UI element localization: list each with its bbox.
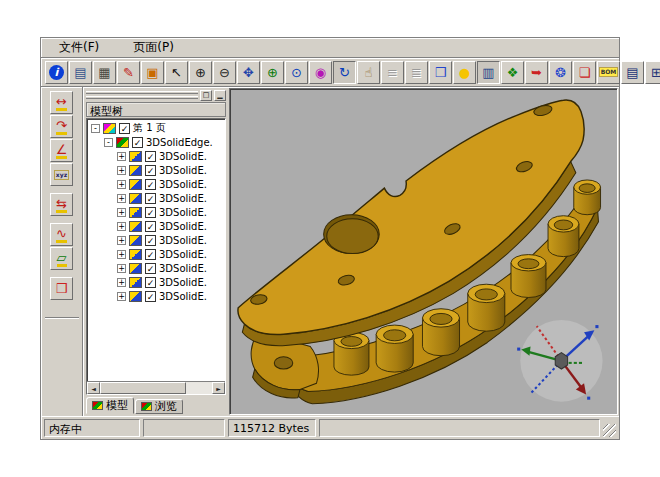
rotate-view-button[interactable]: ◉ bbox=[309, 61, 332, 84]
visibility-checkbox[interactable]: ✓ bbox=[145, 207, 156, 218]
orbit-sphere-button[interactable]: ❂ bbox=[549, 61, 572, 84]
menu-f[interactable]: 文件(F) bbox=[55, 38, 103, 57]
info-button[interactable]: i bbox=[45, 61, 68, 84]
tree-node[interactable]: +✓3DSolidE. bbox=[89, 149, 225, 163]
solid-cube-tool-button[interactable]: ❒ bbox=[50, 277, 73, 300]
visibility-checkbox[interactable]: ✓ bbox=[145, 151, 156, 162]
resize-grip[interactable] bbox=[603, 424, 616, 437]
tree-node[interactable]: -✓第 1 页 bbox=[89, 121, 225, 135]
explode-parts-button[interactable]: ❏ bbox=[573, 61, 596, 84]
visibility-checkbox[interactable]: ✓ bbox=[145, 235, 156, 246]
print-icon: ▦ bbox=[98, 66, 110, 79]
move-part-button[interactable]: ➥ bbox=[525, 61, 548, 84]
tree-node[interactable]: +✓3DSolidE. bbox=[89, 247, 225, 261]
linear-dimension-button[interactable]: ↔ bbox=[50, 91, 73, 114]
coordinate-dimension-button[interactable]: xyz bbox=[50, 163, 73, 186]
expand-icon[interactable]: + bbox=[117, 264, 126, 273]
visibility-checkbox[interactable]: ✓ bbox=[145, 165, 156, 176]
markup-pen-button[interactable]: ✎ bbox=[117, 61, 140, 84]
zoom-window-button[interactable]: ⊕ bbox=[261, 61, 284, 84]
tree-node[interactable]: +✓3DSolidE. bbox=[89, 191, 225, 205]
light-bulb-button[interactable]: ● bbox=[453, 61, 476, 84]
scroll-left-icon[interactable]: ◄ bbox=[87, 382, 100, 394]
menu-p[interactable]: 页面(P) bbox=[129, 38, 178, 57]
tree-tab-bar: 模型浏览 bbox=[86, 395, 226, 414]
tree-node[interactable]: +✓3DSolidE. bbox=[89, 163, 225, 177]
move-part-icon: ➥ bbox=[531, 66, 542, 79]
expand-icon[interactable]: + bbox=[117, 208, 126, 217]
float-panel-button[interactable]: □ bbox=[200, 90, 212, 101]
visibility-checkbox[interactable]: ✓ bbox=[145, 291, 156, 302]
print-preview-button[interactable]: ▤ bbox=[69, 61, 92, 84]
chain-dimension-button[interactable]: ⇆ bbox=[50, 193, 73, 216]
scroll-right-icon[interactable]: ► bbox=[212, 382, 225, 394]
properties-window-button[interactable]: ▤ bbox=[621, 61, 644, 84]
collapse-icon[interactable]: - bbox=[104, 138, 113, 147]
collapse-icon[interactable]: - bbox=[91, 124, 100, 133]
tree-node[interactable]: +✓3DSolidE. bbox=[89, 205, 225, 219]
tree-node[interactable]: +✓3DSolidE. bbox=[89, 233, 225, 247]
zoom-in-button[interactable]: ⊕ bbox=[189, 61, 212, 84]
panel-drag-handle[interactable] bbox=[86, 91, 198, 99]
tree-node[interactable]: +✓3DSolidE. bbox=[89, 177, 225, 191]
print-button[interactable]: ▦ bbox=[93, 61, 116, 84]
zoom-dynamic-icon: ⊙ bbox=[291, 66, 302, 79]
tree-node[interactable]: +✓3DSolidE. bbox=[89, 289, 225, 303]
curve-dimension-button[interactable]: ∿ bbox=[50, 223, 73, 246]
dimension-format-button[interactable]: ≣ bbox=[405, 61, 428, 84]
panel-grip[interactable]: □ ▁ bbox=[86, 89, 226, 101]
tab-模型[interactable]: 模型 bbox=[86, 397, 134, 414]
refresh-view-button[interactable]: ↻ bbox=[333, 61, 356, 84]
visibility-checkbox[interactable]: ✓ bbox=[145, 179, 156, 190]
viewport-3d[interactable] bbox=[229, 88, 618, 415]
scrollbar-thumb[interactable] bbox=[100, 382, 186, 394]
tree-node[interactable]: +✓3DSolidE. bbox=[89, 275, 225, 289]
expand-icon[interactable]: + bbox=[117, 152, 126, 161]
select-cursor-icon: ↖ bbox=[171, 66, 182, 79]
assembly-structure-button[interactable]: ❖ bbox=[501, 61, 524, 84]
radius-dimension-button[interactable]: ↷ bbox=[50, 115, 73, 138]
visibility-checkbox[interactable]: ✓ bbox=[145, 277, 156, 288]
expand-icon[interactable]: + bbox=[117, 292, 126, 301]
visibility-checkbox[interactable]: ✓ bbox=[132, 137, 143, 148]
model-tree-toggle-button[interactable]: ▥ bbox=[477, 61, 500, 84]
bom-table-button[interactable]: BOM bbox=[597, 61, 620, 84]
tree-node[interactable]: +✓3DSolidE. bbox=[89, 219, 225, 233]
part-cube-icon bbox=[129, 151, 142, 162]
visibility-checkbox[interactable]: ✓ bbox=[145, 221, 156, 232]
axis-triad bbox=[517, 320, 602, 402]
visibility-checkbox[interactable]: ✓ bbox=[119, 123, 130, 134]
expand-icon[interactable]: + bbox=[117, 222, 126, 231]
expand-icon[interactable]: + bbox=[117, 236, 126, 245]
area-dimension-button[interactable]: ▱ bbox=[50, 247, 73, 270]
select-cursor-button[interactable]: ↖ bbox=[165, 61, 188, 84]
expand-icon[interactable]: + bbox=[117, 278, 126, 287]
visibility-checkbox[interactable]: ✓ bbox=[145, 249, 156, 260]
stamp-seal-button[interactable]: ▣ bbox=[141, 61, 164, 84]
tree-horizontal-scrollbar[interactable]: ◄ ► bbox=[87, 381, 225, 394]
angle-dimension-button[interactable]: ∠ bbox=[50, 139, 73, 162]
hide-panel-button[interactable]: ▁ bbox=[214, 90, 226, 101]
layers-button[interactable]: ≡ bbox=[381, 61, 404, 84]
pan-hand-button[interactable]: ☝ bbox=[357, 61, 380, 84]
render-cube-button[interactable]: ❒ bbox=[429, 61, 452, 84]
expand-icon[interactable]: + bbox=[117, 250, 126, 259]
zoom-dynamic-button[interactable]: ⊙ bbox=[285, 61, 308, 84]
visibility-checkbox[interactable]: ✓ bbox=[145, 193, 156, 204]
visibility-checkbox[interactable]: ✓ bbox=[145, 263, 156, 274]
model-tree: -✓第 1 页-✓3DSolidEdge.+✓3DSolidE.+✓3DSoli… bbox=[86, 118, 226, 395]
tree-node[interactable]: +✓3DSolidE. bbox=[89, 261, 225, 275]
tree-list-button[interactable]: ⊞ bbox=[645, 61, 660, 84]
assembly-structure-icon: ❖ bbox=[507, 66, 519, 79]
part-cube-icon bbox=[129, 165, 142, 176]
status-bar: 内存中 115712 Bytes bbox=[41, 416, 619, 439]
tree-node-label: 3DSolidEdge. bbox=[146, 137, 213, 148]
tab-浏览[interactable]: 浏览 bbox=[135, 399, 183, 414]
zoom-out-button[interactable]: ⊖ bbox=[213, 61, 236, 84]
expand-icon[interactable]: + bbox=[117, 180, 126, 189]
expand-icon[interactable]: + bbox=[117, 166, 126, 175]
tree-node[interactable]: -✓3DSolidEdge. bbox=[89, 135, 225, 149]
pan-arrows-button[interactable]: ✥ bbox=[237, 61, 260, 84]
expand-icon[interactable]: + bbox=[117, 194, 126, 203]
part-cube-icon bbox=[129, 207, 142, 218]
